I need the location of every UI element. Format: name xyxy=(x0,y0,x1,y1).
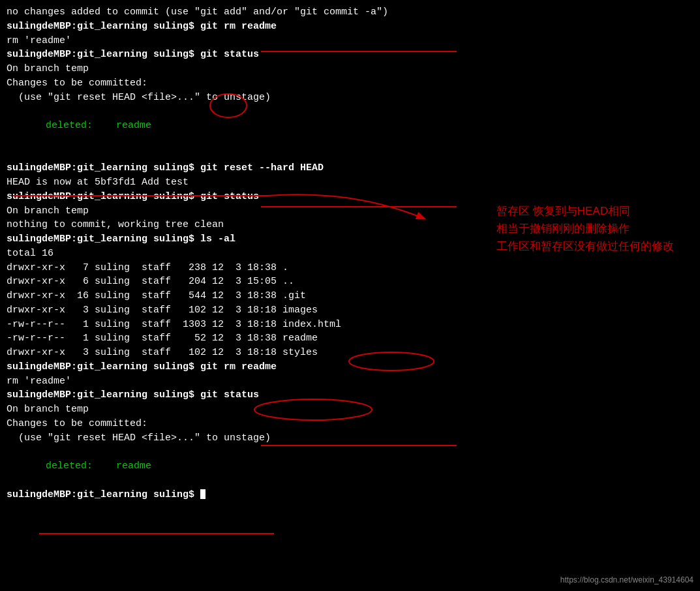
blank-1 xyxy=(7,104,693,119)
line-unstage2: (use "git reset HEAD <file>..." to unsta… xyxy=(7,431,693,446)
annotation-line-2: 相当于撤销刚刚的删除操作 xyxy=(496,220,674,237)
line-dir4: drwxr-xr-x 3 suling staff 102 12 3 18:18… xyxy=(7,303,693,318)
line-file1: -rw-r--r-- 1 suling staff 1303 12 3 18:1… xyxy=(7,318,693,332)
blank-3 xyxy=(7,147,693,162)
line-6: Changes to be committed: xyxy=(7,76,693,91)
annotation-line-3: 工作区和暂存区没有做过任何的修改 xyxy=(496,237,674,255)
line-rm2: rm 'readme' xyxy=(7,374,693,389)
line-dir2: drwxr-xr-x 6 suling staff 204 12 3 15:05… xyxy=(7,275,693,289)
line-dir1: drwxr-xr-x 7 suling staff 238 12 3 18:38… xyxy=(7,261,693,275)
blank-5 xyxy=(7,474,693,488)
line-changes2: Changes to be committed: xyxy=(7,417,693,431)
line-dir5: drwxr-xr-x 3 suling staff 102 12 3 18:18… xyxy=(7,346,693,360)
line-gitrm2: sulingdeMBP:git_learning suling$ git rm … xyxy=(7,360,693,374)
line-head: HEAD is now at 5bf3fd1 Add test xyxy=(7,175,693,190)
line-2: sulingdeMBP:git_learning suling$ git rm … xyxy=(7,20,693,34)
line-1: no changes added to commit (use "git add… xyxy=(7,5,693,20)
line-7: (use "git reset HEAD <file>..." to unsta… xyxy=(7,91,693,105)
blank-4 xyxy=(7,445,693,459)
line-3: rm 'readme' xyxy=(7,34,693,48)
annotation-line-1: 暂存区 恢复到与HEAD相同 xyxy=(496,202,674,220)
watermark: https://blog.csdn.net/weixin_43914604 xyxy=(560,575,693,584)
line-4: sulingdeMBP:git_learning suling$ git sta… xyxy=(7,48,693,62)
line-final-prompt: sulingdeMBP:git_learning suling$ xyxy=(7,488,693,502)
deleted-line-1: deleted: readme xyxy=(7,119,693,133)
cursor xyxy=(200,489,205,499)
line-file2: -rw-r--r-- 1 suling staff 52 12 3 18:38 … xyxy=(7,331,693,346)
line-branch3: On branch temp xyxy=(7,402,693,417)
line-5: On branch temp xyxy=(7,62,693,76)
line-status3: sulingdeMBP:git_learning suling$ git sta… xyxy=(7,388,693,402)
line-reset: sulingdeMBP:git_learning suling$ git res… xyxy=(7,161,693,175)
annotation-box: 暂存区 恢复到与HEAD相同 相当于撤销刚刚的删除操作 工作区和暂存区没有做过任… xyxy=(496,202,674,256)
line-dir3: drwxr-xr-x 16 suling staff 544 12 3 18:3… xyxy=(7,289,693,303)
blank-2 xyxy=(7,133,693,147)
deleted-line-2: deleted: readme xyxy=(7,459,693,474)
